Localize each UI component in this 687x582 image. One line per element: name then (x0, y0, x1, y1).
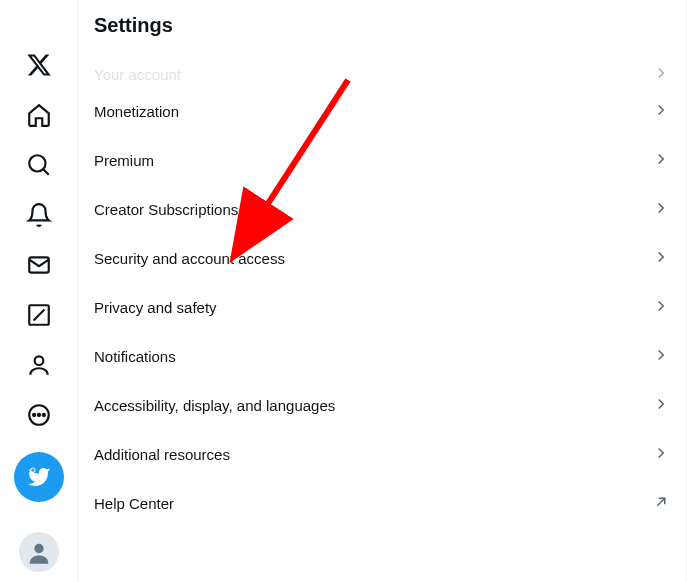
settings-item-additional-resources[interactable]: Additional resources (78, 430, 686, 479)
faded-your-account-row: Your account (94, 64, 670, 85)
search-icon[interactable] (14, 140, 64, 190)
settings-item-label: Notifications (94, 348, 176, 365)
settings-item-label: Help Center (94, 495, 174, 512)
faded-label: Your account (94, 66, 181, 83)
grok-icon[interactable] (14, 290, 64, 340)
logo-icon[interactable] (14, 40, 64, 90)
compose-button[interactable] (14, 452, 64, 502)
svg-point-9 (42, 414, 44, 416)
svg-line-14 (657, 498, 665, 506)
svg-line-1 (43, 169, 48, 174)
settings-item-label: Additional resources (94, 446, 230, 463)
more-icon[interactable] (14, 390, 64, 440)
settings-item-label: Privacy and safety (94, 299, 217, 316)
chevron-right-icon (652, 101, 670, 122)
svg-point-0 (29, 155, 45, 171)
svg-point-7 (33, 414, 35, 416)
home-icon[interactable] (14, 90, 64, 140)
page-header: Settings (78, 0, 686, 47)
settings-item-label: Accessibility, display, and languages (94, 397, 335, 414)
svg-line-4 (33, 310, 44, 321)
settings-item-label: Creator Subscriptions (94, 201, 238, 218)
settings-item-security[interactable]: Security and account access (78, 234, 686, 283)
notifications-icon[interactable] (14, 190, 64, 240)
external-link-icon (652, 493, 670, 514)
settings-item-label: Monetization (94, 103, 179, 120)
chevron-right-icon (652, 248, 670, 269)
settings-item-accessibility[interactable]: Accessibility, display, and languages (78, 381, 686, 430)
svg-point-5 (34, 356, 43, 365)
settings-item-privacy[interactable]: Privacy and safety (78, 283, 686, 332)
settings-item-help-center[interactable]: Help Center (78, 479, 686, 528)
chevron-right-icon (652, 395, 670, 416)
chevron-right-icon (652, 199, 670, 220)
chevron-right-icon (652, 346, 670, 367)
page-title: Settings (94, 14, 670, 37)
messages-icon[interactable] (14, 240, 64, 290)
svg-point-13 (34, 544, 43, 553)
settings-panel: Settings Your account Monetization Premi… (78, 0, 687, 582)
chevron-right-icon (652, 297, 670, 318)
settings-item-label: Premium (94, 152, 154, 169)
settings-item-creator-subscriptions[interactable]: Creator Subscriptions (78, 185, 686, 234)
chevron-right-icon (652, 64, 670, 85)
settings-item-notifications[interactable]: Notifications (78, 332, 686, 381)
settings-list: Monetization Premium Creator Subscriptio… (78, 87, 686, 528)
chevron-right-icon (652, 150, 670, 171)
svg-point-8 (37, 414, 39, 416)
settings-item-premium[interactable]: Premium (78, 136, 686, 185)
settings-item-monetization[interactable]: Monetization (78, 87, 686, 136)
chevron-right-icon (652, 444, 670, 465)
sidebar (0, 0, 78, 582)
avatar[interactable] (19, 532, 59, 572)
settings-item-label: Security and account access (94, 250, 285, 267)
profile-icon[interactable] (14, 340, 64, 390)
